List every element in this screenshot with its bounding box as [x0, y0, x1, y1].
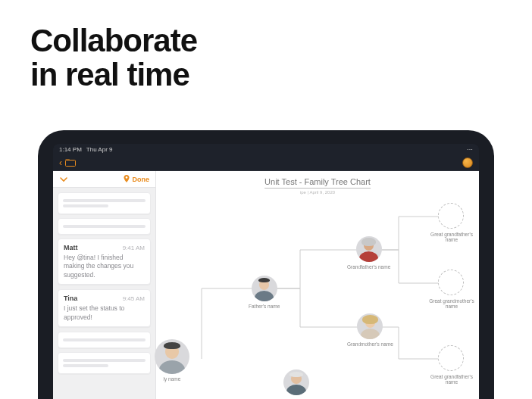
comment-placeholder [58, 218, 151, 235]
tree-node-father[interactable]: Father's name [249, 276, 280, 309]
comment-placeholder [58, 352, 151, 374]
avatar [252, 276, 277, 301]
avatar [155, 339, 189, 374]
tree-node-label: Grandfather's name [347, 264, 390, 270]
tree-node-me[interactable]: ly name [155, 339, 189, 382]
comment-time: 9:45 AM [123, 295, 145, 302]
tree-connectors [156, 171, 479, 399]
tree-node-label: Father's name [249, 304, 280, 309]
comment-author: Matt [64, 244, 78, 251]
comment-item[interactable]: Tina 9:45 AM I just set the status to ap… [58, 289, 151, 327]
tree-node-label: Grandmother's name [347, 341, 393, 347]
tree-node-extra[interactable] [283, 369, 309, 395]
svg-rect-0 [66, 160, 76, 166]
done-button[interactable]: Done [133, 176, 150, 183]
tree-node-grandfather[interactable]: Grandfather's name [347, 236, 390, 270]
app-toolbar: ‹ [53, 154, 479, 171]
hero-line2: in real time [30, 58, 197, 92]
user-avatar-icon[interactable] [462, 157, 473, 168]
comments-list[interactable]: Matt 9:41 AM Hey @tina! I finished makin… [53, 188, 155, 399]
avatar [356, 236, 382, 262]
tree-node-placeholder[interactable] [438, 270, 464, 295]
tree-node-label: Great grandfather's name [425, 232, 478, 242]
avatar [357, 313, 383, 339]
hero-title: Collaborate in real time [30, 24, 197, 92]
tablet-frame: 1:14 PM Thu Apr 9 ⋯ ‹ [38, 130, 494, 399]
comments-panel-header: Done [53, 171, 155, 188]
comment-item[interactable]: Matt 9:41 AM Hey @tina! I finished makin… [58, 238, 151, 285]
folder-icon[interactable] [65, 159, 76, 167]
tree-node-grandmother[interactable]: Grandmother's name [347, 313, 393, 347]
comment-author: Tina [64, 295, 77, 302]
collapse-chevron-icon[interactable] [59, 176, 68, 183]
comment-placeholder [58, 332, 151, 348]
document-area: Done Matt 9:41 AM [53, 171, 479, 399]
comments-panel: Done Matt 9:41 AM [53, 171, 156, 399]
status-date: Thu Apr 9 [86, 146, 113, 153]
status-bar: 1:14 PM Thu Apr 9 ⋯ [53, 144, 479, 154]
tree-node-label: Great grandmother's name [425, 298, 478, 309]
comment-time: 9:41 AM [123, 245, 145, 251]
tablet-screen: 1:14 PM Thu Apr 9 ⋯ ‹ [53, 144, 479, 399]
status-right-icons: ⋯ [467, 146, 473, 153]
canvas[interactable]: Unit Test - Family Tree Chart ipe | Apri… [156, 171, 479, 399]
pin-icon[interactable] [124, 175, 130, 184]
status-time: 1:14 PM [59, 146, 82, 153]
hero-line1: Collaborate [30, 24, 197, 58]
tree-node-placeholder[interactable] [438, 203, 464, 229]
tree-node-placeholder[interactable] [438, 345, 464, 371]
comment-body: Hey @tina! I finished making the changes… [64, 254, 145, 279]
tree-node-label: ly name [164, 376, 181, 382]
svg-point-1 [125, 176, 127, 179]
tree-node-label: Great grandfather's name [425, 374, 478, 385]
avatar [283, 369, 309, 395]
comment-placeholder [58, 192, 151, 214]
comment-body: I just set the status to approved! [64, 304, 145, 322]
back-chevron-icon[interactable]: ‹ [59, 158, 62, 167]
